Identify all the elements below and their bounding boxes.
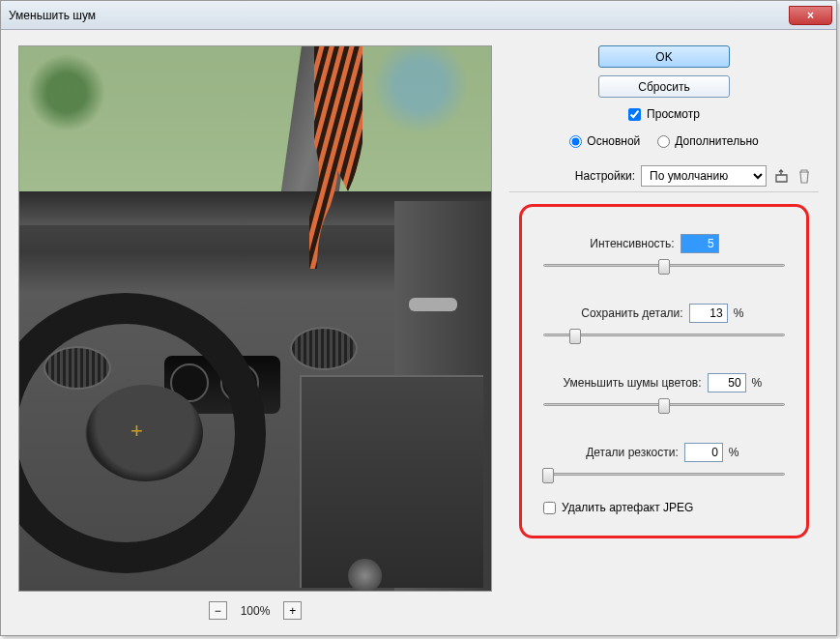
sharpen-input[interactable] [684, 443, 723, 462]
zoom-in-button[interactable]: + [283, 601, 302, 620]
dialog-content: + − 100% + [1, 30, 836, 635]
color-noise-input[interactable] [708, 373, 746, 392]
highlighted-panel: Интенсивность: Сохранить детали: % [519, 204, 809, 538]
ok-button[interactable]: OK [598, 45, 730, 68]
strength-input[interactable] [681, 234, 719, 253]
preview-image[interactable]: + [18, 45, 492, 592]
preserve-input[interactable] [689, 304, 728, 323]
reduce-noise-dialog: Уменьшить шум × + [0, 0, 837, 636]
mode-advanced-radio[interactable] [657, 135, 670, 148]
window-title: Уменьшить шум [9, 9, 96, 22]
mode-basic-radio[interactable] [569, 135, 582, 148]
settings-row: Настройки: По умолчанию [509, 165, 819, 192]
preview-label: Просмотр [647, 107, 700, 121]
color-noise-label: Уменьшить шумы цветов: [563, 376, 701, 390]
controls-column: OK Сбросить Просмотр Основной Дополнител… [509, 45, 819, 620]
chevrolet-logo-icon: + [130, 419, 159, 448]
mode-row: Основной Дополнительно [569, 134, 758, 148]
sharpen-label: Детали резкости: [586, 446, 679, 459]
settings-preset-select[interactable]: По умолчанию [641, 165, 767, 187]
preserve-slider[interactable] [543, 327, 785, 344]
strength-slider[interactable] [543, 257, 785, 275]
plus-icon: + [289, 605, 296, 617]
zoom-out-button[interactable]: − [209, 601, 227, 620]
mode-basic-label: Основной [587, 134, 640, 148]
preserve-group: Сохранить детали: % [543, 304, 785, 344]
delete-preset-icon[interactable] [796, 167, 813, 185]
titlebar: Уменьшить шум × [1, 1, 836, 30]
preview-toggle: Просмотр [628, 107, 700, 121]
color-noise-group: Уменьшить шумы цветов: % [543, 373, 785, 414]
ribbon-decoration [309, 46, 367, 269]
zoom-level: 100% [241, 604, 271, 618]
jpeg-artifact-checkbox[interactable] [543, 502, 556, 514]
zoom-controls: − 100% + [18, 601, 492, 620]
sharpen-group: Детали резкости: % [543, 443, 785, 483]
jpeg-artifact-row: Удалить артефакт JPEG [543, 501, 785, 514]
preview-checkbox[interactable] [628, 108, 641, 121]
mode-advanced-label: Дополнительно [675, 134, 758, 148]
strength-group: Интенсивность: [543, 234, 785, 275]
reset-button[interactable]: Сбросить [598, 75, 730, 98]
sharpen-slider[interactable] [543, 466, 785, 483]
strength-label: Интенсивность: [590, 237, 674, 250]
settings-label: Настройки: [575, 169, 635, 183]
jpeg-artifact-label: Удалить артефакт JPEG [562, 501, 693, 514]
preview-column: + − 100% + [18, 45, 492, 620]
minus-icon: − [215, 605, 221, 617]
close-icon: × [807, 9, 814, 22]
close-button[interactable]: × [789, 6, 832, 25]
color-noise-slider[interactable] [543, 396, 785, 414]
preserve-label: Сохранить детали: [581, 306, 682, 320]
save-preset-icon[interactable] [772, 167, 790, 185]
